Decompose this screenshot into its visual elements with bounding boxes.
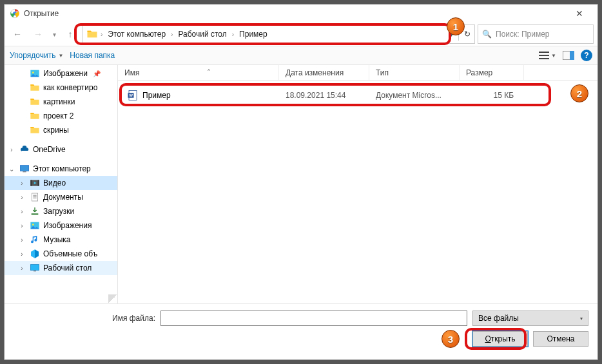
svg-rect-9 [20,166,28,171]
3d-icon [29,249,41,259]
folder-icon [29,111,41,121]
music-icon [29,235,41,245]
tree-item[interactable]: ›OneDrive [5,142,117,157]
tree-item[interactable]: ›Видео [5,176,117,190]
help-button[interactable]: ? [581,50,592,61]
filename-input[interactable] [160,311,467,326]
svg-rect-10 [23,171,26,172]
pictures-icon [29,68,41,79]
tree-item[interactable]: проект 2 [5,109,117,123]
pin-icon: 📌 [93,70,101,77]
tree-label: Изображения [43,221,92,230]
chevron-right-icon: › [232,31,234,38]
tree-twisty[interactable]: › [17,222,26,229]
svg-rect-22 [34,271,36,271]
chevron-right-icon: › [101,31,102,38]
nav-row: ← → ▾ ↑ › Этот компьютер › Рабочий стол … [5,23,597,46]
column-date[interactable]: Дата изменения [279,65,369,80]
svg-rect-18 [32,213,39,215]
svg-text:W: W [129,93,133,97]
svg-rect-6 [570,51,574,60]
tree-label: Видео [43,178,66,187]
tree-twisty[interactable]: › [17,180,26,187]
chevron-down-icon: ▾ [580,316,583,321]
tree-twisty[interactable]: › [17,208,26,215]
refresh-button[interactable]: ↻ [464,30,471,39]
pictures-icon [29,220,41,231]
tree-label: Объемные объ [43,249,97,258]
sidebar: Изображени📌как конвертирокартинкипроект … [5,65,118,303]
tree-twisty[interactable]: › [17,194,26,201]
svg-rect-21 [30,265,39,271]
file-date: 18.09.2021 15:44 [279,91,369,100]
cancel-button[interactable]: Отмена [533,331,588,347]
tree-item[interactable]: скрины [5,123,117,137]
column-size[interactable]: Размер [460,65,524,80]
desktop-icon [29,263,41,273]
file-type: Документ Micros... [369,91,460,100]
svg-rect-2 [539,52,549,53]
bottom-panel: Имя файла: Все файлы▾ Открыть Отмена 3 [5,304,597,359]
folder-icon [29,97,41,107]
up-button[interactable]: ↑ [61,25,79,43]
tree-item[interactable]: как конвертиро [5,81,117,95]
file-row[interactable]: W Пример 18.09.2021 15:44 Документ Micro… [121,86,595,105]
column-headers[interactable]: Имя˄ Дата изменения Тип Размер [118,65,597,81]
organize-button[interactable]: Упорядочить▼ [10,51,63,60]
recent-dropdown[interactable]: ▾ [50,25,59,43]
tree-twisty[interactable]: › [17,265,26,272]
chevron-right-icon: › [171,31,173,38]
tree-item[interactable]: ›Рабочий стол [5,261,117,275]
tree-item[interactable]: ›Загрузки [5,204,117,218]
tree-twisty[interactable]: ⌄ [7,166,16,173]
file-open-dialog: Открытие ✕ ← → ▾ ↑ › Этот компьютер › Ра… [4,4,598,360]
tree-label: Документы [43,193,83,202]
new-folder-button[interactable]: Новая папка [70,51,115,60]
tree-item[interactable]: ›Изображения [5,218,117,233]
folder-icon [29,82,41,93]
tree-label: проект 2 [43,111,73,120]
svg-rect-12 [30,180,32,186]
tree-item[interactable]: Изображени📌 [5,66,117,81]
docs-icon [29,192,41,202]
tree-item[interactable]: ›Музыка [5,233,117,247]
preview-pane-button[interactable] [563,51,574,60]
file-list: Имя˄ Дата изменения Тип Размер W Пример … [118,65,597,303]
forward-button[interactable]: → [29,25,47,43]
tree-label: Загрузки [43,207,74,216]
tree-item[interactable]: ›Документы [5,190,117,204]
breadcrumb-folder[interactable]: Пример [237,28,270,40]
window-title: Открытие [24,9,59,18]
tree-label: Этот компьютер [33,164,91,173]
tree-item[interactable]: ›Объемные объ [5,247,117,261]
tree-label: скрины [43,126,69,135]
folder-icon [86,28,98,40]
breadcrumb-thispc[interactable]: Этот компьютер [105,28,168,40]
svg-rect-4 [539,58,549,59]
svg-rect-14 [32,193,37,201]
tree-item[interactable]: ⌄Этот компьютер [5,162,117,176]
search-box[interactable]: 🔍 Поиск: Пример [478,24,594,44]
tree-twisty[interactable]: › [7,146,16,153]
chrome-icon [10,8,20,19]
file-name: Пример [142,91,171,100]
search-placeholder: Поиск: Пример [496,30,550,39]
column-type[interactable]: Тип [369,65,460,80]
column-name[interactable]: Имя˄ [118,65,279,80]
tree-item[interactable]: картинки [5,95,117,109]
tree-twisty[interactable]: › [17,251,26,258]
address-bar[interactable]: › Этот компьютер › Рабочий стол › Пример… [82,24,475,44]
downloads-icon [29,206,41,216]
titlebar: Открытие ✕ [5,5,597,23]
back-button[interactable]: ← [8,25,26,43]
address-dropdown-icon[interactable]: ▾ [450,31,453,38]
breadcrumb-desktop[interactable]: Рабочий стол [175,28,229,40]
file-size: 15 КБ [460,91,524,100]
tree-twisty[interactable]: › [17,236,26,244]
close-button[interactable]: ✕ [567,8,592,19]
word-doc-icon: W [127,90,139,101]
view-options-button[interactable]: ▼ [539,51,556,60]
filetype-filter[interactable]: Все файлы▾ [472,311,588,326]
video-icon [29,178,41,188]
open-button[interactable]: Открыть [472,331,528,347]
